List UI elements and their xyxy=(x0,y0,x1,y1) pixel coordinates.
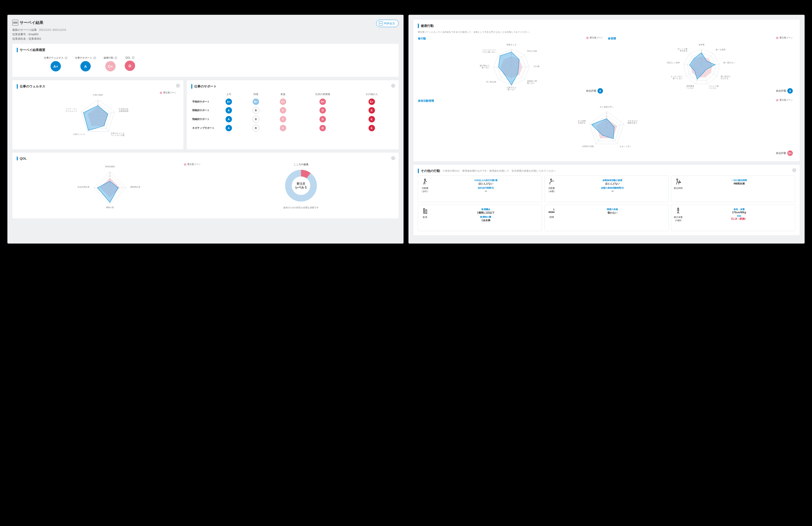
svg-text:睡眠の質: 睡眠の質 xyxy=(106,206,114,209)
page-title: サーベイ結果 xyxy=(12,20,66,26)
grade-badge: D+ xyxy=(319,99,326,105)
svg-text:食べ過ぎない: 食べ過ぎない xyxy=(723,62,735,64)
smoke-icon: 喫煙 xyxy=(547,207,556,228)
donut-title: こころの健康 xyxy=(208,163,394,166)
sit-icon: 座位時間 xyxy=(673,178,683,199)
pdf-icon: PDF xyxy=(379,21,383,26)
svg-text:レベル 1: レベル 1 xyxy=(295,186,307,189)
help-icon[interactable]: ? xyxy=(176,84,180,88)
drink-icon: 飲酒 xyxy=(420,207,430,228)
svg-text:要注意: 要注意 xyxy=(296,182,305,185)
document-icon xyxy=(12,20,18,26)
caution-legend: 要注意ゾーン xyxy=(586,36,603,40)
grade-badge: C xyxy=(280,107,286,114)
header: サーベイ結果 最新のサーベイ結果 2021/12/1~2021/12/15 従業… xyxy=(12,20,398,41)
svg-text:階段を使う: 階段を使う xyxy=(627,122,637,124)
caution-legend: 要注意ゾーン xyxy=(184,163,201,166)
grade-badge: A+ xyxy=(50,61,61,71)
qol-card: ? QOL 要注意ゾーン ABCDE身体的健康睡眠満足度睡眠の質総合的満足度 こ… xyxy=(12,153,398,219)
emp-name-line: 従業員氏名：従業者001 xyxy=(12,37,66,41)
page-title-text: サーベイ結果 xyxy=(20,20,43,25)
svg-point-144 xyxy=(678,208,679,209)
overview-item: 仕事のサポート? A xyxy=(75,56,96,71)
grade-badge: C+ xyxy=(105,61,116,71)
stretch-icon: 活動量（余暇） xyxy=(547,178,556,199)
donut-caption: 改善のための対応が必要な状態です xyxy=(208,206,394,209)
help-icon[interactable]: ? xyxy=(64,56,68,59)
svg-text:1日3食: 1日3食 xyxy=(534,65,540,67)
svg-text:食べない: 食べない xyxy=(508,88,516,91)
behavior-tile: 活動量（余暇） 余暇身体活動の頻度ほとんどない 余暇の身体活動時間/日ー xyxy=(545,176,669,202)
svg-text:を増やす: を増やす xyxy=(578,122,586,124)
grade-badge: B+ xyxy=(253,99,259,105)
health-subtitle: 要注意ゾーンに入っている内容をできるだけ改善して、全体として大きな円となることを… xyxy=(418,31,795,34)
svg-text:甘い飲み物: 甘い飲み物 xyxy=(486,81,496,83)
other-behavior-card: ? その他の行動 ※赤色の部分が、推奨値未満のものです。推奨値を目指して、生活習… xyxy=(414,165,800,235)
mental-health-donut: こころの健康 要注意 レベル 1 改善のための対応が必要な状態です xyxy=(208,163,394,209)
svg-text:コントロール度: コントロール度 xyxy=(111,134,125,136)
pdf-export-button[interactable]: PDF PDF出力 xyxy=(376,20,398,27)
behavior-tile: 飲酒 飲酒機会1週間に1日以下 飲酒時の量1合未満 xyxy=(418,205,542,231)
svg-text:をさける: をさける xyxy=(721,77,728,79)
page-left: サーベイ結果 最新のサーベイ結果 2021/12/1~2021/12/15 従業… xyxy=(8,15,404,243)
grade-badge: C+ xyxy=(280,99,286,105)
table-row: 情報的サポートABCDE xyxy=(191,106,394,115)
svg-text:いしない: いしない xyxy=(709,87,717,89)
grade-badge: A xyxy=(226,125,232,131)
support-table: 上司同僚家族社内の産業職その他の人手段的サポートA+B+C+D+E+情報的サポー… xyxy=(191,91,394,133)
svg-text:ゲイジメント: ゲイジメント xyxy=(66,110,77,112)
svg-text:事を取る: 事を取る xyxy=(680,50,687,52)
svg-text:睡眠満足度: 睡眠満足度 xyxy=(130,186,140,188)
svg-text:食べない: 食べない xyxy=(482,66,490,69)
walk-icon: 活動量（歩行） xyxy=(420,178,430,199)
grade-badge: A xyxy=(597,88,603,94)
svg-text:規則正しい食事: 規則正しい食事 xyxy=(667,62,680,64)
health-radar-chart: ABCDE朝食をとる早めの夕食1日3食就寝前に間食しないお菓子など食べない甘い飲… xyxy=(477,41,546,95)
health-title: 健康行動 xyxy=(418,24,795,28)
overview-title: サーベイ結果概要 xyxy=(17,48,394,52)
help-icon[interactable]: ? xyxy=(132,56,134,59)
svg-text:仕事ストレス: 仕事ストレス xyxy=(73,133,85,135)
body-icon: 適正体重の傾向 xyxy=(673,207,683,228)
help-icon[interactable]: ? xyxy=(114,56,117,59)
svg-text:食事量: 食事量 xyxy=(699,44,705,46)
overall-rating: 総合評価 D+ xyxy=(776,150,793,156)
radar-name: 身体活動習慣 xyxy=(418,99,795,103)
help-icon[interactable]: ? xyxy=(391,156,395,160)
svg-marker-80 xyxy=(499,52,519,85)
table-row: 手段的サポートA+B+C+D+E+ xyxy=(191,97,394,106)
qol-title: QOL xyxy=(17,156,394,160)
svg-text:食べしない: 食べしない xyxy=(673,77,683,79)
svg-text:朝食をとる: 朝食をとる xyxy=(507,44,517,46)
grade-badge: D xyxy=(125,61,135,71)
caution-legend: 要注意ゾーン xyxy=(776,99,793,102)
grade-badge: E+ xyxy=(368,99,375,105)
behavior-tile: 活動量（歩行） 10分以上の歩行日数/週ほとんどない 合計歩行時間/日ー xyxy=(418,176,542,202)
support-card: ? 仕事のサポート 上司同僚家族社内の産業職その他の人手段的サポートA+B+C+… xyxy=(187,80,398,149)
overall-rating: 総合評価 A xyxy=(586,88,603,94)
other-title: その他の行動 ※赤色の部分が、推奨値未満のものです。推奨値を目指して、生活習慣の… xyxy=(418,169,795,173)
grade-badge: A xyxy=(787,88,793,94)
help-icon[interactable]: ? xyxy=(792,168,796,172)
help-icon[interactable]: ? xyxy=(93,56,96,59)
grade-badge: C xyxy=(280,116,286,122)
grade-badge: C xyxy=(280,125,286,131)
wellness-radar-chart: ABCDE仕事の負担やる気の出る職場環境仕事のストレスコントロール度仕事ストレス… xyxy=(66,91,130,145)
svg-text:べしない: べしない xyxy=(686,87,694,89)
overview-card: サーベイ結果概要 仕事のウェルネス? A+ 仕事のサポート? A 健康行動? C… xyxy=(12,44,398,77)
table-row: ネガティブサポートABCDE xyxy=(191,124,394,133)
svg-marker-24 xyxy=(84,106,108,130)
svg-text:総合的満足度: 総合的満足度 xyxy=(77,186,89,188)
help-icon[interactable]: ? xyxy=(391,84,395,88)
radar-name: 食習慣 xyxy=(608,37,796,40)
svg-text:仕事の負担: 仕事の負担 xyxy=(93,94,103,96)
behavior-tile: 喫煙 喫煙の有無吸わない xyxy=(545,205,669,231)
overview-item: 仕事のウェルネス? A+ xyxy=(44,56,68,71)
health-behavior-card: 健康行動 要注意ゾーンに入っている内容をできるだけ改善して、全体として大きな円と… xyxy=(414,20,800,161)
health-radar-cell: 身体活動習慣 要注意ゾーン ABCDE歩く速度が早いできるだけ階段を使うなるべく… xyxy=(418,97,795,157)
grade-badge: D xyxy=(319,107,326,114)
wellness-card: ? 仕事のウェルネス 要注意ゾーン ABCDE仕事の負担やる気の出る職場環境仕事… xyxy=(12,80,184,149)
wellness-title: 仕事のウェルネス xyxy=(17,84,179,89)
svg-text:早めの夕食: 早めの夕食 xyxy=(527,50,537,52)
svg-text:なるべく歩く: なるべく歩く xyxy=(620,145,631,148)
